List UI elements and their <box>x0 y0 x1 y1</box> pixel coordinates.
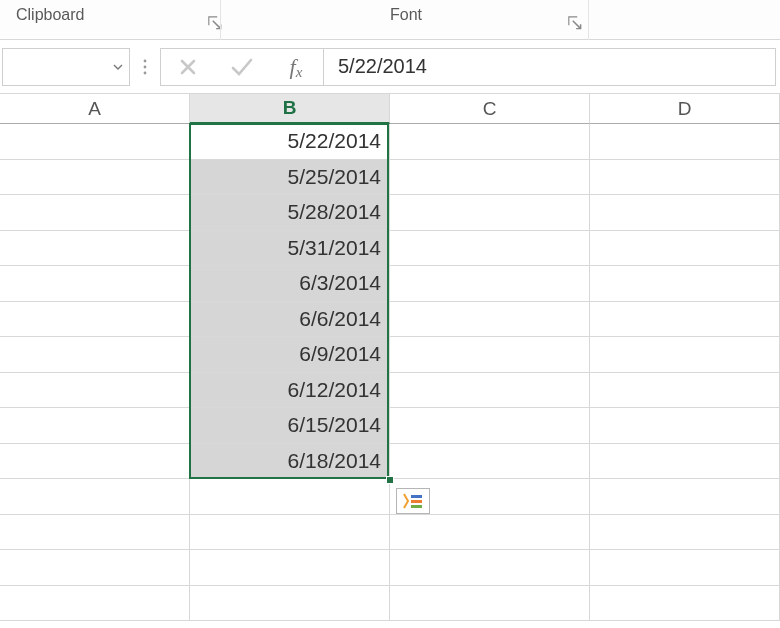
cell[interactable] <box>0 515 190 551</box>
cell[interactable] <box>0 373 190 409</box>
cell[interactable] <box>0 266 190 302</box>
cell[interactable] <box>390 337 590 373</box>
table-row: 6/6/2014 <box>0 302 780 338</box>
svg-point-1 <box>144 65 147 68</box>
formula-bar-row: fx 5/22/2014 <box>0 40 780 94</box>
table-row: 5/31/2014 <box>0 231 780 267</box>
table-row <box>0 586 780 622</box>
cell[interactable]: 6/15/2014 <box>190 408 390 444</box>
cell[interactable] <box>390 195 590 231</box>
cell[interactable] <box>590 195 780 231</box>
ribbon-group-font-label: Font <box>390 6 422 24</box>
cell[interactable] <box>590 515 780 551</box>
ribbon-group-labels: Clipboard Font <box>0 0 780 40</box>
autofill-options-button[interactable] <box>396 488 430 514</box>
cell[interactable] <box>390 124 590 160</box>
cell[interactable]: 5/22/2014 <box>190 124 390 160</box>
cell[interactable] <box>590 160 780 196</box>
insert-function-icon[interactable]: fx <box>269 49 323 85</box>
cell[interactable] <box>590 231 780 267</box>
formula-bar-input[interactable]: 5/22/2014 <box>323 48 776 86</box>
cell[interactable] <box>390 302 590 338</box>
table-row <box>0 515 780 551</box>
cell[interactable] <box>590 337 780 373</box>
cell[interactable]: 6/18/2014 <box>190 444 390 480</box>
svg-rect-3 <box>411 495 422 498</box>
cell[interactable] <box>590 302 780 338</box>
column-header-D[interactable]: D <box>590 94 780 124</box>
customize-quick-access-icon[interactable] <box>130 57 160 77</box>
grid-rows: 5/22/2014 5/25/2014 5/28/2014 5/31/2014 … <box>0 124 780 621</box>
table-row: 6/15/2014 <box>0 408 780 444</box>
cell[interactable] <box>0 408 190 444</box>
cell[interactable]: 6/3/2014 <box>190 266 390 302</box>
chevron-down-icon[interactable] <box>107 49 129 85</box>
cell[interactable] <box>390 231 590 267</box>
svg-point-0 <box>144 59 147 62</box>
column-headers: A B C D <box>0 94 780 124</box>
cancel-icon[interactable] <box>161 49 215 85</box>
cell[interactable] <box>590 444 780 480</box>
cell[interactable] <box>0 444 190 480</box>
worksheet-grid[interactable]: A B C D 5/22/2014 5/25/2014 5/28/2014 5/… <box>0 94 780 621</box>
cell[interactable] <box>0 302 190 338</box>
cell[interactable] <box>590 266 780 302</box>
cell[interactable] <box>0 160 190 196</box>
svg-rect-4 <box>411 500 422 503</box>
table-row: 6/9/2014 <box>0 337 780 373</box>
ribbon-separator <box>588 0 589 40</box>
table-row <box>0 550 780 586</box>
table-row: 6/18/2014 <box>0 444 780 480</box>
column-header-B[interactable]: B <box>190 94 390 124</box>
fill-handle[interactable] <box>386 476 394 484</box>
cell[interactable] <box>390 373 590 409</box>
column-header-A[interactable]: A <box>0 94 190 124</box>
svg-rect-5 <box>411 505 422 508</box>
cell[interactable] <box>590 124 780 160</box>
ribbon-separator <box>220 0 221 40</box>
cell[interactable] <box>0 550 190 586</box>
cell[interactable] <box>190 550 390 586</box>
formula-bar-buttons: fx <box>160 48 323 86</box>
ribbon-group-clipboard-label: Clipboard <box>16 6 84 24</box>
cell[interactable] <box>590 479 780 515</box>
svg-point-2 <box>144 71 147 74</box>
cell[interactable] <box>0 231 190 267</box>
table-row: 5/28/2014 <box>0 195 780 231</box>
cell[interactable]: 6/9/2014 <box>190 337 390 373</box>
enter-icon[interactable] <box>215 49 269 85</box>
cell[interactable] <box>390 515 590 551</box>
cell[interactable] <box>0 337 190 373</box>
cell[interactable] <box>390 444 590 480</box>
table-row: 6/3/2014 <box>0 266 780 302</box>
cell[interactable] <box>390 160 590 196</box>
cell[interactable] <box>0 124 190 160</box>
cell[interactable]: 5/31/2014 <box>190 231 390 267</box>
cell[interactable] <box>390 408 590 444</box>
table-row: 5/22/2014 <box>0 124 780 160</box>
cell[interactable] <box>590 550 780 586</box>
cell[interactable] <box>190 479 390 515</box>
column-header-C[interactable]: C <box>390 94 590 124</box>
cell[interactable]: 5/28/2014 <box>190 195 390 231</box>
cell[interactable]: 6/12/2014 <box>190 373 390 409</box>
cell[interactable] <box>0 195 190 231</box>
name-box[interactable] <box>2 48 130 86</box>
cell[interactable] <box>590 586 780 622</box>
cell[interactable] <box>190 586 390 622</box>
cell[interactable]: 6/6/2014 <box>190 302 390 338</box>
cell[interactable]: 5/25/2014 <box>190 160 390 196</box>
formula-bar-value: 5/22/2014 <box>338 55 427 78</box>
cell[interactable] <box>190 515 390 551</box>
cell[interactable] <box>590 373 780 409</box>
cell[interactable] <box>0 479 190 515</box>
table-row: 5/25/2014 <box>0 160 780 196</box>
table-row: 6/12/2014 <box>0 373 780 409</box>
cell[interactable] <box>390 266 590 302</box>
cell[interactable] <box>590 408 780 444</box>
cell[interactable] <box>0 586 190 622</box>
cell[interactable] <box>390 586 590 622</box>
cell[interactable] <box>390 550 590 586</box>
table-row <box>0 479 780 515</box>
